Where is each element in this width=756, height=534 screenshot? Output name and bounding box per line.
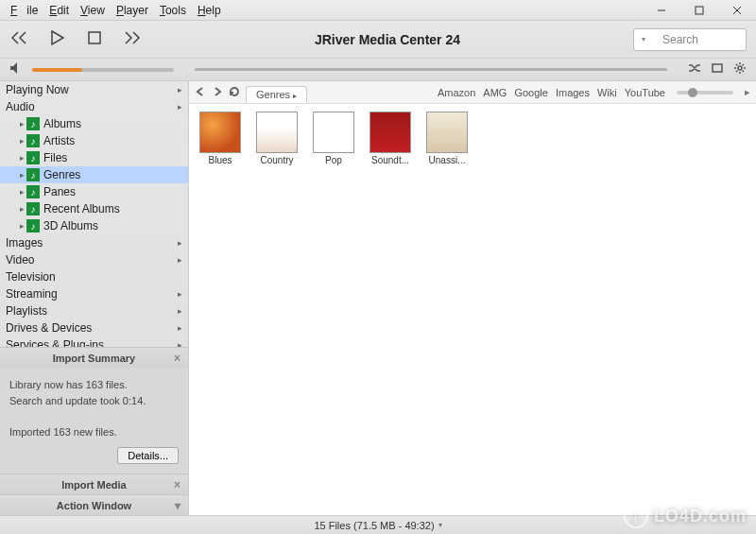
menu-file[interactable]: File xyxy=(6,2,43,19)
genre-blues[interactable]: Blues xyxy=(197,112,244,508)
repeat-icon[interactable] xyxy=(711,61,724,78)
expand-icon xyxy=(17,187,26,197)
quicklink-amg[interactable]: AMG xyxy=(483,87,507,98)
genre-label: Blues xyxy=(197,155,244,165)
nav-images[interactable]: Images▸ xyxy=(0,234,188,251)
nav-video[interactable]: Video▸ xyxy=(0,251,188,268)
music-icon xyxy=(26,202,40,215)
nav-television[interactable]: Television xyxy=(0,268,188,285)
app-title: JRiver Media Center 24 xyxy=(142,32,633,47)
nav-audio[interactable]: Audio▸ xyxy=(0,98,188,115)
quicklink-wiki[interactable]: Wiki xyxy=(597,87,617,98)
minimize-button[interactable] xyxy=(643,0,680,21)
nav-audio-albums[interactable]: Albums xyxy=(0,115,188,132)
nav-audio-files[interactable]: Files xyxy=(0,149,188,166)
import-summary-body: Library now has 163 files. Search and up… xyxy=(0,368,188,474)
volume-slider[interactable] xyxy=(32,68,174,72)
menu-bar: File Edit View Player Tools Help xyxy=(0,0,232,21)
svg-marker-4 xyxy=(52,31,63,44)
prev-button[interactable] xyxy=(9,28,28,50)
shuffle-icon[interactable] xyxy=(688,61,701,78)
import-media-header[interactable]: Import Media× xyxy=(0,474,188,494)
music-icon xyxy=(26,185,40,198)
quicklink-google[interactable]: Google xyxy=(514,87,547,98)
menu-tools[interactable]: Tools xyxy=(155,2,191,19)
menu-help[interactable]: Help xyxy=(193,2,226,19)
album-art xyxy=(199,112,241,153)
menu-edit[interactable]: Edit xyxy=(44,2,74,19)
volume-icon[interactable] xyxy=(9,61,23,78)
music-icon xyxy=(26,219,40,233)
nav-audio-panes[interactable]: Panes xyxy=(0,183,188,200)
download-icon: ↓ xyxy=(624,504,648,528)
svg-marker-6 xyxy=(10,62,17,74)
action-window-header[interactable]: Action Window▾ xyxy=(0,494,188,515)
refresh-button[interactable] xyxy=(229,86,240,99)
music-icon xyxy=(26,168,40,181)
nav-audio-3d-albums[interactable]: 3D Albums xyxy=(0,217,188,234)
genre-grid: BluesCountryPopSoundt...Unassi... xyxy=(189,104,756,515)
nav-drives[interactable]: Drives & Devices▸ xyxy=(0,319,188,336)
genre-soundt[interactable]: Soundt... xyxy=(367,112,414,508)
nav-services[interactable]: Services & Plug-ins▸ xyxy=(0,336,188,347)
maximize-button[interactable] xyxy=(680,0,718,21)
watermark: ↓ LO4D.com xyxy=(624,504,747,528)
zoom-slider[interactable] xyxy=(677,91,733,95)
import-summary-header[interactable]: Import Summary× xyxy=(0,347,188,368)
seek-slider[interactable] xyxy=(195,68,667,71)
genre-country[interactable]: Country xyxy=(253,112,301,508)
genre-label: Pop xyxy=(310,155,357,165)
genre-label: Unassi... xyxy=(423,155,471,165)
music-icon xyxy=(26,151,40,164)
music-icon xyxy=(26,117,40,130)
expand-icon xyxy=(17,170,26,180)
genre-pop[interactable]: Pop xyxy=(310,112,357,508)
nav-tree: Playing Now▸ Audio▸ AlbumsArtistsFilesGe… xyxy=(0,81,188,347)
settings-icon[interactable] xyxy=(733,61,747,78)
expand-icon xyxy=(17,204,26,214)
genre-unassi[interactable]: Unassi... xyxy=(423,112,471,508)
nav-playing-now[interactable]: Playing Now▸ xyxy=(0,81,188,98)
quicklink-youtube[interactable]: YouTube xyxy=(625,87,665,98)
svg-rect-1 xyxy=(696,7,703,14)
expand-icon xyxy=(17,136,26,146)
close-icon[interactable]: × xyxy=(174,478,180,491)
svg-point-7 xyxy=(738,66,742,70)
next-button[interactable] xyxy=(123,28,142,50)
menu-view[interactable]: View xyxy=(76,2,110,19)
menu-player[interactable]: Player xyxy=(112,2,153,19)
svg-rect-5 xyxy=(89,32,100,43)
nav-streaming[interactable]: Streaming▸ xyxy=(0,285,188,302)
expand-icon xyxy=(17,221,26,231)
nav-audio-artists[interactable]: Artists xyxy=(0,132,188,149)
breadcrumb-tab[interactable]: Genres ▸ xyxy=(246,86,307,103)
stop-button[interactable] xyxy=(85,28,104,50)
genre-label: Country xyxy=(253,155,301,165)
album-art xyxy=(256,112,298,153)
album-art xyxy=(369,112,411,153)
album-art xyxy=(313,112,354,153)
chevron-down-icon[interactable]: ▾ xyxy=(175,499,180,512)
music-icon xyxy=(26,134,40,147)
play-button[interactable] xyxy=(47,28,66,50)
expand-icon xyxy=(17,153,26,163)
expand-icon xyxy=(17,119,26,129)
close-icon[interactable]: × xyxy=(174,352,180,365)
nav-playlists[interactable]: Playlists▸ xyxy=(0,302,188,319)
album-art xyxy=(426,112,468,153)
quicklink-images[interactable]: Images xyxy=(556,87,590,98)
nav-audio-recent-albums[interactable]: Recent Albums xyxy=(0,200,188,217)
genre-label: Soundt... xyxy=(367,155,414,165)
nav-audio-genres[interactable]: Genres xyxy=(0,166,188,183)
search-input[interactable]: Search xyxy=(633,28,747,51)
forward-button[interactable] xyxy=(212,86,223,99)
close-button[interactable] xyxy=(718,0,756,21)
zoom-stepper[interactable]: ▸ xyxy=(745,86,750,98)
back-button[interactable] xyxy=(195,86,206,99)
details-button[interactable]: Details... xyxy=(117,447,179,464)
quicklink-amazon[interactable]: Amazon xyxy=(438,87,475,98)
